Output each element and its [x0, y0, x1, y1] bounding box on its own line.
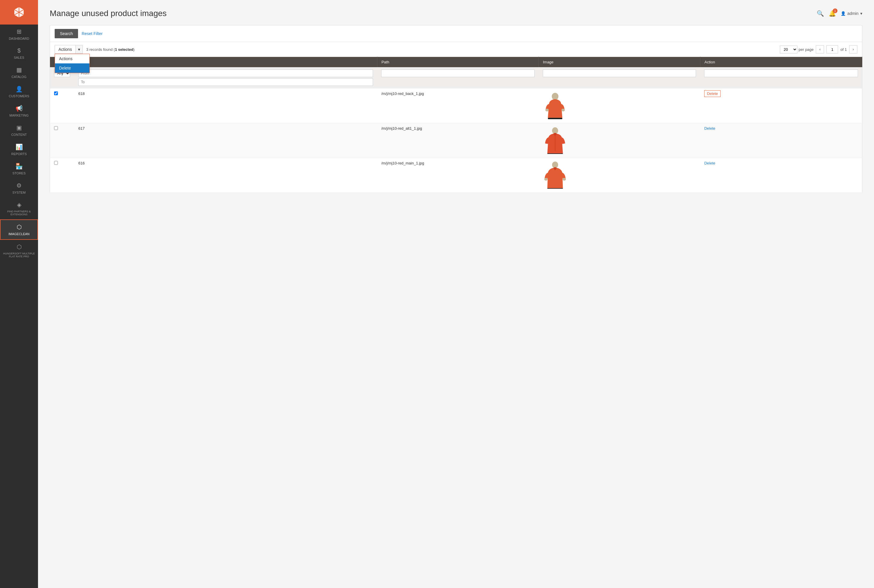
sidebar-item-find-partners[interactable]: ◈ FIND PARTNERS & EXTENSIONS — [0, 198, 38, 219]
page-title: Manage unused product images — [50, 9, 167, 18]
table-row: 616 /m/j/mj10-red_main_1.jpg — [50, 158, 862, 193]
find-partners-icon: ◈ — [17, 201, 21, 208]
table-row: 617 /m/j/mj10-red_alt1_1.jpg — [50, 123, 862, 158]
filter-cell-id — [74, 67, 377, 88]
pagination: 20 50 100 per page ‹ of 1 › — [780, 45, 857, 54]
cell-action-617: Delete — [700, 123, 862, 158]
filter-id-to[interactable] — [78, 78, 373, 86]
filter-path[interactable] — [381, 69, 535, 77]
per-page-label: per page — [799, 47, 814, 52]
table-row: 618 /m/j/mj10-red_back_1.jpg — [50, 88, 862, 123]
product-image-616 — [543, 161, 568, 189]
cell-checkbox — [50, 88, 75, 123]
filter-cell-image — [539, 67, 700, 88]
row-checkbox-617[interactable] — [54, 126, 58, 130]
delete-link-616[interactable]: Delete — [704, 161, 715, 165]
sidebar-item-stores[interactable]: 🏪 STORES — [0, 159, 38, 178]
catalog-icon: ▦ — [17, 66, 22, 74]
actions-menu: Actions Delete — [55, 54, 90, 73]
svg-point-3 — [561, 109, 565, 112]
reports-icon: 📊 — [15, 143, 23, 150]
prev-page-button[interactable]: ‹ — [816, 45, 824, 54]
cell-checkbox — [50, 123, 75, 158]
sidebar-item-catalog[interactable]: ▦ CATALOG — [0, 63, 38, 82]
svg-point-2 — [545, 109, 549, 112]
sidebar-item-label: FIND PARTNERS & EXTENSIONS — [2, 210, 36, 216]
sidebar-item-label: MARKETING — [9, 114, 29, 117]
row-checkbox-616[interactable] — [54, 161, 58, 165]
table-header-row: ID ▲ Path Image Action — [50, 57, 862, 68]
filter-row: Any — [50, 67, 862, 88]
cell-image-616 — [539, 158, 700, 193]
sidebar-item-label: DASHBOARD — [9, 37, 29, 40]
notification-bell[interactable]: 🔔 1 — [829, 10, 836, 17]
cell-path-617: /m/j/mj10-red_alt1_1.jpg — [377, 123, 539, 158]
sidebar-item-label: SALES — [14, 56, 24, 59]
per-page-dropdown[interactable]: 20 50 100 — [780, 46, 797, 54]
cell-path-618: /m/j/mj10-red_back_1.jpg — [377, 88, 539, 123]
sidebar-item-label: STORES — [12, 171, 26, 175]
imageclean-icon: ⬡ — [17, 224, 22, 231]
user-icon: 👤 — [841, 11, 845, 16]
sidebar-item-imageclean[interactable]: ⬡ IMAGECLEAN — [0, 219, 38, 240]
stores-icon: 🏪 — [15, 163, 23, 170]
page-number-input[interactable] — [826, 45, 838, 54]
sidebar-item-marketing[interactable]: 📢 MARKETING — [0, 101, 38, 121]
admin-user-menu[interactable]: 👤 admin ▾ — [841, 11, 862, 16]
cell-image-617 — [539, 123, 700, 158]
actions-menu-header: Actions — [55, 54, 89, 63]
svg-rect-12 — [547, 188, 563, 189]
sidebar-item-system[interactable]: ⚙ SYSTEM — [0, 178, 38, 198]
sidebar-item-sales[interactable]: $ SALES — [0, 44, 38, 63]
filter-image[interactable] — [543, 69, 696, 77]
cell-id-618: 618 — [74, 88, 377, 123]
svg-rect-1 — [548, 118, 562, 119]
sidebar-item-reports[interactable]: 📊 REPORTS — [0, 140, 38, 159]
sidebar-item-hungersoft[interactable]: ⬡ HUNGERSOFT MULTIPLE FLAT RATE PRO — [0, 240, 38, 261]
header-actions: 🔍 🔔 1 👤 admin ▾ — [817, 10, 862, 17]
actions-arrow-icon: ▾ — [76, 45, 83, 54]
cell-id-617: 617 — [74, 123, 377, 158]
cell-image-618 — [539, 88, 700, 123]
reset-filter-button[interactable]: Reset Filter — [81, 31, 102, 36]
filter-id-from[interactable] — [78, 69, 373, 77]
sidebar-item-dashboard[interactable]: ⊞ DASHBOARD — [0, 24, 38, 44]
cell-checkbox — [50, 158, 75, 193]
sidebar-item-label: REPORTS — [11, 152, 27, 156]
sidebar-item-content[interactable]: ▣ CONTENT — [0, 121, 38, 140]
svg-rect-7 — [547, 153, 563, 154]
sidebar-item-label: CUSTOMERS — [9, 94, 29, 98]
cell-action-618: Delete — [700, 88, 862, 123]
sales-icon: $ — [17, 47, 21, 54]
product-image-617 — [543, 126, 568, 154]
next-page-button[interactable]: › — [849, 45, 857, 54]
chevron-down-icon: ▾ — [860, 11, 862, 16]
sidebar-item-label: IMAGECLEAN — [9, 232, 30, 236]
svg-point-0 — [552, 93, 559, 100]
sidebar-logo[interactable] — [0, 0, 38, 24]
actions-button[interactable]: Actions ▾ — [55, 45, 83, 54]
page-header: Manage unused product images 🔍 🔔 1 👤 adm… — [50, 9, 862, 18]
marketing-icon: 📢 — [15, 105, 23, 112]
filter-action[interactable] — [704, 69, 858, 77]
grid-controls-left: Actions ▾ Actions Delete 3 records found… — [55, 45, 134, 54]
admin-label: admin — [847, 11, 859, 16]
cell-path-616: /m/j/mj10-red_main_1.jpg — [377, 158, 539, 193]
delete-link-617[interactable]: Delete — [704, 126, 715, 130]
actions-menu-delete[interactable]: Delete — [55, 63, 89, 73]
actions-label: Actions — [55, 45, 76, 54]
search-icon[interactable]: 🔍 — [817, 10, 824, 17]
search-button[interactable]: Search — [55, 29, 78, 38]
of-text: of 1 — [840, 47, 847, 52]
row-checkbox-618[interactable] — [54, 92, 58, 95]
sidebar-item-customers[interactable]: 👤 CUSTOMERS — [0, 82, 38, 101]
records-found: 3 records found (1 selected) — [86, 47, 135, 52]
actions-dropdown[interactable]: Actions ▾ Actions Delete — [55, 45, 83, 54]
product-image-618 — [543, 92, 568, 119]
sidebar-item-label: CONTENT — [11, 133, 27, 136]
sidebar-item-label: CATALOG — [12, 75, 27, 79]
sidebar-item-label: SYSTEM — [12, 191, 26, 194]
col-header-id[interactable]: ID ▲ — [74, 57, 377, 68]
delete-link-618[interactable]: Delete — [704, 90, 721, 97]
per-page-select: 20 50 100 per page — [780, 46, 814, 54]
